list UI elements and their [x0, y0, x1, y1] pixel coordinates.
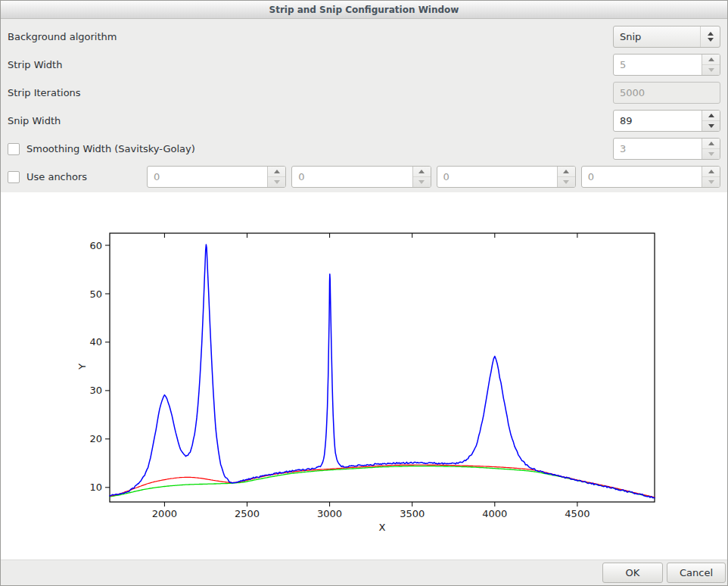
arrow-down-icon	[708, 124, 714, 128]
spinbox-value: 0	[582, 167, 702, 187]
spin-buttons	[702, 55, 720, 75]
spin-up-button[interactable]	[413, 167, 431, 177]
form-row-use-anchors: Use anchors 0 0	[8, 166, 720, 188]
x-tick-label: 4000	[482, 508, 507, 519]
x-tick-label: 3500	[400, 508, 425, 519]
x-axis-label: X	[379, 522, 386, 533]
arrow-down-icon	[418, 180, 425, 184]
spin-down-button[interactable]	[702, 177, 720, 187]
arrow-up-icon	[708, 114, 714, 117]
spin-down-button[interactable]	[702, 121, 720, 131]
spin-buttons	[267, 167, 285, 187]
use-anchors-checkbox[interactable]	[8, 171, 20, 183]
anchor-spinbox-group: 0 0 0	[147, 166, 720, 188]
y-tick-label: 20	[89, 433, 102, 444]
x-tick-label: 2000	[152, 508, 177, 519]
spin-up-button[interactable]	[268, 167, 285, 177]
anchor-1-spinbox[interactable]: 0	[147, 166, 286, 188]
form-row-background-algorithm: Background algorithm Snip	[8, 26, 720, 48]
entry-value: 5000	[614, 83, 720, 103]
button-bar: OK Cancel	[1, 560, 727, 585]
arrow-up-icon	[563, 170, 569, 173]
x-tick-label: 2500	[235, 508, 260, 519]
anchor-2-spinbox[interactable]: 0	[291, 166, 431, 188]
strip-width-spinbox[interactable]: 5	[613, 54, 720, 76]
arrow-down-icon	[708, 68, 714, 72]
spinbox-value: 0	[148, 167, 267, 187]
form-row-strip-iterations: Strip Iterations 5000	[8, 82, 720, 104]
background-algorithm-select[interactable]: Snip	[613, 26, 720, 48]
spin-down-button[interactable]	[413, 177, 431, 187]
spin-down-button[interactable]	[702, 65, 720, 75]
form-row-smoothing-width: Smoothing Width (Savitsky-Golay) 3	[8, 138, 720, 160]
y-tick-label: 50	[89, 288, 102, 300]
snip-width-spinbox[interactable]: 89	[613, 110, 720, 132]
spinbox-value: 0	[292, 167, 412, 187]
arrow-down-icon	[274, 180, 280, 184]
title-bar[interactable]: Strip and Snip Configuration Window	[1, 1, 727, 19]
spin-buttons	[702, 139, 720, 159]
spin-buttons	[702, 167, 720, 187]
plot-canvas: 200025003000350040004500102030405060XY	[1, 192, 727, 561]
smoothing-checkbox-wrap: Smoothing Width (Savitsky-Golay)	[8, 143, 195, 155]
spinbox-value: 5	[614, 55, 702, 75]
spin-up-button[interactable]	[702, 111, 720, 121]
arrow-up-icon	[708, 142, 714, 145]
config-form: Background algorithm Snip Strip Width 5 …	[1, 26, 727, 188]
spin-down-button[interactable]	[702, 149, 720, 159]
arrow-up-icon	[708, 170, 714, 173]
arrow-down-icon	[708, 180, 714, 184]
arrow-up-icon	[274, 170, 280, 173]
spin-buttons	[557, 167, 575, 187]
series-data	[110, 245, 655, 498]
window-title: Strip and Snip Configuration Window	[269, 5, 459, 15]
x-tick-label: 4500	[565, 508, 590, 519]
spin-buttons	[412, 167, 431, 187]
y-tick-label: 40	[89, 336, 102, 348]
spinbox-value: 0	[437, 167, 557, 187]
anchor-4-spinbox[interactable]: 0	[581, 166, 720, 188]
spin-down-button[interactable]	[558, 177, 575, 187]
series-strip-background	[110, 465, 655, 497]
smoothing-width-spinbox[interactable]: 3	[613, 138, 720, 160]
spinbox-value: 89	[614, 111, 702, 131]
spinbox-value: 3	[614, 139, 702, 159]
form-row-snip-width: Snip Width 89	[8, 110, 720, 132]
spin-down-button[interactable]	[268, 177, 285, 187]
spin-up-button[interactable]	[702, 167, 720, 177]
spin-buttons	[702, 111, 720, 131]
x-tick-label: 3000	[317, 508, 342, 519]
y-tick-label: 60	[89, 240, 102, 251]
ok-button[interactable]: OK	[602, 563, 663, 583]
smoothing-checkbox[interactable]	[8, 143, 20, 155]
strip-iterations-label: Strip Iterations	[8, 87, 81, 98]
spin-up-button[interactable]	[558, 167, 575, 177]
spin-up-button[interactable]	[702, 55, 720, 65]
y-tick-label: 30	[89, 385, 102, 396]
series-snip-background	[110, 466, 655, 498]
strip-width-label: Strip Width	[8, 59, 62, 70]
background-algorithm-label: Background algorithm	[8, 31, 117, 42]
smoothing-width-label: Smoothing Width (Savitsky-Golay)	[26, 143, 195, 154]
arrow-down-icon	[708, 152, 714, 156]
arrow-up-icon	[708, 58, 714, 61]
combo-updown-icon[interactable]	[700, 26, 720, 47]
axes-frame	[110, 233, 655, 502]
arrow-up-icon	[418, 170, 425, 173]
line-chart: 200025003000350040004500102030405060XY	[1, 192, 727, 561]
anchor-3-spinbox[interactable]: 0	[437, 166, 576, 188]
form-row-strip-width: Strip Width 5	[8, 54, 720, 76]
combo-selected-value: Snip	[614, 26, 700, 47]
cancel-button[interactable]: Cancel	[667, 563, 726, 583]
use-anchors-wrap: Use anchors	[8, 171, 147, 183]
y-tick-label: 10	[89, 482, 102, 493]
use-anchors-label: Use anchors	[26, 171, 87, 182]
snip-width-label: Snip Width	[8, 115, 61, 126]
arrow-down-icon	[563, 180, 569, 184]
spin-up-button[interactable]	[702, 139, 720, 149]
y-axis-label: Y	[76, 363, 88, 370]
strip-iterations-field: 5000	[613, 82, 720, 104]
dialog-window: Strip and Snip Configuration Window Back…	[0, 0, 728, 586]
